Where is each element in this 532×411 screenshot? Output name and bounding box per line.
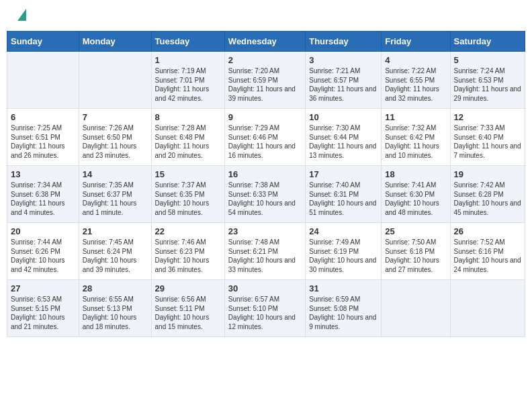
cell-content: Sunrise: 7:24 AM Sunset: 6:53 PM Dayligh… bbox=[454, 66, 521, 103]
cell-content: Sunrise: 7:50 AM Sunset: 6:18 PM Dayligh… bbox=[385, 238, 446, 274]
day-number: 31 bbox=[309, 283, 378, 293]
page-header bbox=[7, 7, 525, 24]
calendar-cell: 14Sunrise: 7:35 AM Sunset: 6:37 PM Dayli… bbox=[79, 166, 151, 223]
calendar-cell: 22Sunrise: 7:46 AM Sunset: 6:23 PM Dayli… bbox=[151, 223, 224, 280]
day-number: 17 bbox=[309, 169, 378, 179]
day-number: 4 bbox=[385, 55, 446, 65]
cell-content: Sunrise: 7:46 AM Sunset: 6:23 PM Dayligh… bbox=[155, 238, 221, 274]
cell-content: Sunrise: 7:33 AM Sunset: 6:40 PM Dayligh… bbox=[454, 124, 521, 160]
day-number: 12 bbox=[454, 112, 521, 122]
calendar-cell: 27Sunrise: 6:53 AM Sunset: 5:15 PM Dayli… bbox=[7, 280, 79, 337]
day-number: 1 bbox=[155, 55, 221, 65]
cell-content: Sunrise: 6:57 AM Sunset: 5:10 PM Dayligh… bbox=[228, 295, 302, 331]
day-number: 11 bbox=[385, 112, 446, 122]
calendar-cell: 23Sunrise: 7:48 AM Sunset: 6:21 PM Dayli… bbox=[224, 223, 305, 280]
day-number: 24 bbox=[309, 226, 378, 236]
week-row-5: 27Sunrise: 6:53 AM Sunset: 5:15 PM Dayli… bbox=[7, 280, 525, 337]
calendar-cell: 29Sunrise: 6:56 AM Sunset: 5:11 PM Dayli… bbox=[151, 280, 224, 337]
cell-content: Sunrise: 7:20 AM Sunset: 6:59 PM Dayligh… bbox=[228, 66, 302, 103]
logo bbox=[13, 10, 26, 21]
calendar-cell: 8Sunrise: 7:28 AM Sunset: 6:48 PM Daylig… bbox=[151, 109, 224, 166]
day-number: 22 bbox=[155, 226, 221, 236]
cell-content: Sunrise: 6:59 AM Sunset: 5:08 PM Dayligh… bbox=[309, 295, 378, 331]
day-number: 10 bbox=[309, 112, 378, 122]
calendar-cell: 13Sunrise: 7:34 AM Sunset: 6:38 PM Dayli… bbox=[7, 166, 79, 223]
day-number: 9 bbox=[228, 112, 302, 122]
header-day-sunday: Sunday bbox=[7, 32, 79, 52]
day-number: 3 bbox=[309, 55, 378, 65]
calendar-cell: 6Sunrise: 7:25 AM Sunset: 6:51 PM Daylig… bbox=[7, 109, 79, 166]
header-day-friday: Friday bbox=[382, 32, 450, 52]
calendar-cell: 19Sunrise: 7:42 AM Sunset: 6:28 PM Dayli… bbox=[450, 166, 525, 223]
calendar-cell: 21Sunrise: 7:45 AM Sunset: 6:24 PM Dayli… bbox=[79, 223, 151, 280]
day-number: 23 bbox=[228, 226, 302, 236]
day-number: 15 bbox=[155, 169, 221, 179]
calendar-body: 1Sunrise: 7:19 AM Sunset: 7:01 PM Daylig… bbox=[7, 52, 525, 337]
calendar-cell: 2Sunrise: 7:20 AM Sunset: 6:59 PM Daylig… bbox=[224, 52, 305, 109]
calendar-cell: 28Sunrise: 6:55 AM Sunset: 5:13 PM Dayli… bbox=[79, 280, 151, 337]
calendar-cell bbox=[79, 52, 151, 109]
calendar-cell: 7Sunrise: 7:26 AM Sunset: 6:50 PM Daylig… bbox=[79, 109, 151, 166]
week-row-3: 13Sunrise: 7:34 AM Sunset: 6:38 PM Dayli… bbox=[7, 166, 525, 223]
calendar-cell bbox=[382, 280, 450, 337]
calendar-cell: 5Sunrise: 7:24 AM Sunset: 6:53 PM Daylig… bbox=[450, 52, 525, 109]
day-number: 6 bbox=[11, 112, 75, 122]
calendar-header: SundayMondayTuesdayWednesdayThursdayFrid… bbox=[7, 32, 525, 52]
cell-content: Sunrise: 7:22 AM Sunset: 6:55 PM Dayligh… bbox=[385, 66, 446, 103]
cell-content: Sunrise: 6:53 AM Sunset: 5:15 PM Dayligh… bbox=[11, 295, 75, 331]
calendar-cell: 18Sunrise: 7:41 AM Sunset: 6:30 PM Dayli… bbox=[382, 166, 450, 223]
calendar-cell: 12Sunrise: 7:33 AM Sunset: 6:40 PM Dayli… bbox=[450, 109, 525, 166]
cell-content: Sunrise: 7:21 AM Sunset: 6:57 PM Dayligh… bbox=[309, 66, 378, 103]
cell-content: Sunrise: 7:29 AM Sunset: 6:46 PM Dayligh… bbox=[228, 124, 302, 160]
calendar-cell: 16Sunrise: 7:38 AM Sunset: 6:33 PM Dayli… bbox=[224, 166, 305, 223]
week-row-4: 20Sunrise: 7:44 AM Sunset: 6:26 PM Dayli… bbox=[7, 223, 525, 280]
day-number: 29 bbox=[155, 283, 221, 293]
day-number: 7 bbox=[83, 112, 148, 122]
calendar-cell: 24Sunrise: 7:49 AM Sunset: 6:19 PM Dayli… bbox=[306, 223, 382, 280]
cell-content: Sunrise: 7:41 AM Sunset: 6:30 PM Dayligh… bbox=[385, 181, 446, 217]
week-row-1: 1Sunrise: 7:19 AM Sunset: 7:01 PM Daylig… bbox=[7, 52, 525, 109]
calendar-cell: 3Sunrise: 7:21 AM Sunset: 6:57 PM Daylig… bbox=[306, 52, 382, 109]
cell-content: Sunrise: 7:19 AM Sunset: 7:01 PM Dayligh… bbox=[155, 66, 221, 103]
calendar-table: SundayMondayTuesdayWednesdayThursdayFrid… bbox=[7, 31, 525, 337]
cell-content: Sunrise: 6:55 AM Sunset: 5:13 PM Dayligh… bbox=[83, 295, 148, 331]
calendar-cell: 1Sunrise: 7:19 AM Sunset: 7:01 PM Daylig… bbox=[151, 52, 224, 109]
day-number: 26 bbox=[454, 226, 521, 236]
week-row-2: 6Sunrise: 7:25 AM Sunset: 6:51 PM Daylig… bbox=[7, 109, 525, 166]
cell-content: Sunrise: 7:52 AM Sunset: 6:16 PM Dayligh… bbox=[454, 238, 521, 274]
cell-content: Sunrise: 7:28 AM Sunset: 6:48 PM Dayligh… bbox=[155, 124, 221, 160]
header-day-thursday: Thursday bbox=[306, 32, 382, 52]
day-number: 5 bbox=[454, 55, 521, 65]
day-number: 25 bbox=[385, 226, 446, 236]
cell-content: Sunrise: 7:38 AM Sunset: 6:33 PM Dayligh… bbox=[228, 181, 302, 217]
logo-triangle-icon bbox=[14, 9, 26, 21]
day-number: 27 bbox=[11, 283, 75, 293]
cell-content: Sunrise: 7:30 AM Sunset: 6:44 PM Dayligh… bbox=[309, 124, 378, 160]
cell-content: Sunrise: 7:37 AM Sunset: 6:35 PM Dayligh… bbox=[155, 181, 221, 217]
header-day-saturday: Saturday bbox=[450, 32, 525, 52]
cell-content: Sunrise: 7:40 AM Sunset: 6:31 PM Dayligh… bbox=[309, 181, 378, 217]
calendar-cell bbox=[450, 280, 525, 337]
calendar-cell: 20Sunrise: 7:44 AM Sunset: 6:26 PM Dayli… bbox=[7, 223, 79, 280]
cell-content: Sunrise: 7:49 AM Sunset: 6:19 PM Dayligh… bbox=[309, 238, 378, 274]
header-row: SundayMondayTuesdayWednesdayThursdayFrid… bbox=[7, 32, 525, 52]
calendar-cell: 15Sunrise: 7:37 AM Sunset: 6:35 PM Dayli… bbox=[151, 166, 224, 223]
cell-content: Sunrise: 7:45 AM Sunset: 6:24 PM Dayligh… bbox=[83, 238, 148, 274]
day-number: 30 bbox=[228, 283, 302, 293]
cell-content: Sunrise: 7:25 AM Sunset: 6:51 PM Dayligh… bbox=[11, 124, 75, 160]
header-day-tuesday: Tuesday bbox=[151, 32, 224, 52]
day-number: 16 bbox=[228, 169, 302, 179]
calendar-cell bbox=[7, 52, 79, 109]
day-number: 8 bbox=[155, 112, 221, 122]
header-day-wednesday: Wednesday bbox=[224, 32, 305, 52]
day-number: 21 bbox=[83, 226, 148, 236]
cell-content: Sunrise: 7:26 AM Sunset: 6:50 PM Dayligh… bbox=[83, 124, 148, 160]
svg-marker-0 bbox=[17, 9, 26, 21]
day-number: 19 bbox=[454, 169, 521, 179]
cell-content: Sunrise: 7:48 AM Sunset: 6:21 PM Dayligh… bbox=[228, 238, 302, 274]
cell-content: Sunrise: 7:34 AM Sunset: 6:38 PM Dayligh… bbox=[11, 181, 75, 217]
day-number: 13 bbox=[11, 169, 75, 179]
calendar-cell: 30Sunrise: 6:57 AM Sunset: 5:10 PM Dayli… bbox=[224, 280, 305, 337]
day-number: 20 bbox=[11, 226, 75, 236]
cell-content: Sunrise: 7:42 AM Sunset: 6:28 PM Dayligh… bbox=[454, 181, 521, 217]
